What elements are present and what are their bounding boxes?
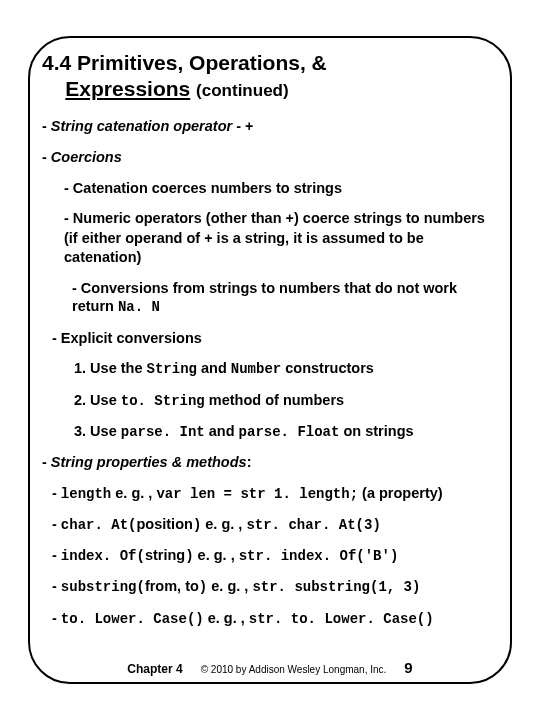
explicit-item-1: 1. Use the String and Number constructor… <box>74 359 498 378</box>
explicit-list: 1. Use the String and Number constructor… <box>42 359 498 441</box>
coercions-label: Coercions <box>51 149 122 165</box>
title-line2: Expressions <box>65 77 190 100</box>
text: on strings <box>339 423 413 439</box>
string-ctor: String <box>147 361 197 377</box>
code: char. At( <box>61 517 137 533</box>
text: e. g. , <box>207 578 252 594</box>
text: e. g. , <box>194 547 239 563</box>
text: e. g. , <box>201 516 246 532</box>
explicit-item-3: 3. Use parse. Int and parse. Float on st… <box>74 422 498 441</box>
coercion-sub3: - Conversions from strings to numbers th… <box>42 279 498 317</box>
slide-body: - String catenation operator - + - Coerc… <box>42 117 498 628</box>
text: and <box>205 423 239 439</box>
code: str. char. At(3) <box>246 517 380 533</box>
section-string-methods-head: - String properties & methods: <box>42 453 498 472</box>
string-methods-list: - length e. g. , var len = str 1. length… <box>42 484 498 628</box>
catenation-label: String catenation operator <box>51 118 232 134</box>
nan-text: Na. N <box>118 299 160 315</box>
text: (a property) <box>358 485 443 501</box>
code: index. Of( <box>61 548 145 564</box>
text: 1. Use the <box>74 360 147 376</box>
method-substring: - substring(from, to) e. g. , str. subst… <box>52 577 498 596</box>
method-tolowercase: - to. Lower. Case() e. g. , str. to. Low… <box>52 609 498 628</box>
number-ctor: Number <box>231 361 281 377</box>
title-continued: (continued) <box>196 81 289 100</box>
tostring-method: to. String <box>121 393 205 409</box>
explicit-item-2: 2. Use to. String method of numbers <box>74 391 498 410</box>
code: length <box>61 486 111 502</box>
section-coercions-head: - Coercions <box>42 148 498 167</box>
text: and <box>197 360 231 376</box>
text: - Numeric operators (other than <box>64 210 286 226</box>
coercion-sub2: - Numeric operators (other than +) coerc… <box>42 209 498 266</box>
code: str. index. Of('B') <box>239 548 399 564</box>
code: str. to. Lower. Case() <box>249 611 434 627</box>
footer-page-number: 9 <box>404 659 412 676</box>
code: to. Lower. Case() <box>61 611 204 627</box>
slide-title: 4.4 Primitives, Operations, & Expression… <box>42 50 498 103</box>
text: position <box>136 516 192 532</box>
slide-frame: 4.4 Primitives, Operations, & Expression… <box>28 36 512 684</box>
text: from, to <box>145 578 199 594</box>
code: substring( <box>61 579 145 595</box>
text: e. g. , <box>204 610 249 626</box>
code: ) <box>199 579 207 595</box>
plus-op: + <box>204 231 212 247</box>
slide-footer: Chapter 4 © 2010 by Addison Wesley Longm… <box>30 659 510 676</box>
code: ) <box>185 548 193 564</box>
coercion-sub1: - Catenation coerces numbers to strings <box>42 179 498 198</box>
text: 2. Use <box>74 392 121 408</box>
section-explicit-head: - Explicit conversions <box>42 329 498 348</box>
code: var len = str 1. length; <box>156 486 358 502</box>
code: str. substring(1, 3) <box>252 579 420 595</box>
text: e. g. , <box>111 485 156 501</box>
text: 3. Use <box>74 423 121 439</box>
plus-op: + <box>286 211 294 227</box>
title-line1: 4.4 Primitives, Operations, & <box>42 51 327 74</box>
method-indexof: - index. Of(string) e. g. , str. index. … <box>52 546 498 565</box>
footer-copyright: © 2010 by Addison Wesley Longman, Inc. <box>201 664 387 675</box>
method-length: - length e. g. , var len = str 1. length… <box>52 484 498 503</box>
plus-operator: + <box>245 119 253 135</box>
parseint: parse. Int <box>121 424 205 440</box>
parsefloat: parse. Float <box>239 424 340 440</box>
footer-chapter: Chapter 4 <box>127 662 182 676</box>
method-charat: - char. At(position) e. g. , str. char. … <box>52 515 498 534</box>
text: string <box>145 547 185 563</box>
string-methods-label: String properties & methods <box>51 454 247 470</box>
text: method of numbers <box>205 392 344 408</box>
section-catenation: - String catenation operator - + <box>42 117 498 136</box>
text: constructors <box>281 360 374 376</box>
